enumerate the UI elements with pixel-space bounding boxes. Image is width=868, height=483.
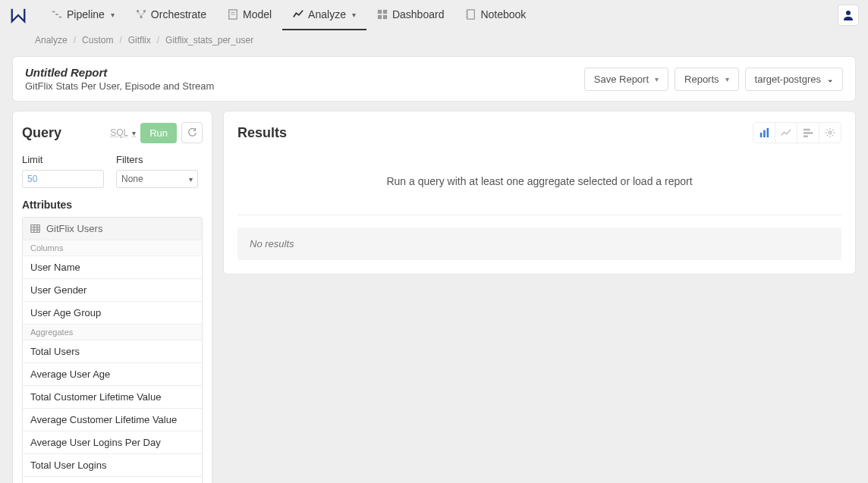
nav-pipeline[interactable]: Pipeline ▾ [41, 0, 125, 30]
results-prompt: Run a query with at least one aggregate … [237, 154, 841, 215]
chevron-down-icon: ▾ [725, 75, 729, 83]
limit-input[interactable] [22, 170, 104, 188]
svg-rect-18 [31, 225, 39, 233]
chevron-down-icon: ⌄ [827, 75, 833, 83]
nav-notebook[interactable]: Notebook [454, 0, 536, 30]
table-icon [30, 224, 40, 234]
user-icon [842, 9, 854, 21]
breadcrumb: Analyze / Custom / Gitflix / Gitflix_sta… [0, 30, 868, 56]
column-item[interactable]: User Age Group [23, 302, 202, 325]
table-header-users[interactable]: GitFlix Users [23, 218, 202, 240]
refresh-button[interactable] [181, 122, 203, 143]
report-header: Untitled Report GitFlix Stats Per User, … [12, 56, 856, 102]
horizontal-bar-icon [803, 127, 813, 138]
svg-point-34 [829, 131, 832, 134]
svg-rect-9 [378, 10, 382, 14]
attributes-label: Attributes [22, 199, 203, 211]
aggregate-item[interactable]: Total Users [23, 340, 202, 363]
svg-point-5 [140, 16, 143, 19]
bar-chart-icon [759, 127, 769, 138]
reports-button[interactable]: Reports ▾ [675, 67, 739, 91]
nav-label: Analyze [308, 8, 346, 20]
breadcrumb-separator: / [119, 35, 121, 45]
report-subtitle: GitFlix Stats Per User, Episode and Stre… [25, 80, 214, 92]
aggregate-item[interactable]: Average User Logins Per Day [23, 431, 202, 454]
nav-label: Notebook [480, 8, 526, 20]
notebook-icon [465, 9, 476, 20]
refresh-icon [187, 128, 197, 138]
column-item[interactable]: User Gender [23, 279, 202, 302]
filters-select[interactable]: None ▾ [116, 170, 198, 188]
save-report-button[interactable]: Save Report ▾ [584, 67, 668, 91]
user-menu-button[interactable] [838, 5, 859, 26]
nav-model[interactable]: Model [217, 0, 282, 30]
breadcrumb-separator: / [74, 35, 76, 45]
svg-rect-2 [59, 17, 62, 18]
aggregate-item[interactable]: Average User Logins [23, 477, 202, 483]
pipeline-icon [52, 9, 62, 20]
report-title: Untitled Report [25, 66, 214, 79]
nav-label: Model [243, 8, 272, 20]
gear-icon [825, 127, 835, 138]
breadcrumb-item[interactable]: Analyze [35, 35, 68, 45]
svg-rect-13 [467, 10, 475, 19]
main-nav: Pipeline ▾ Orchestrate Model Analyze ▾ D… [41, 0, 536, 30]
chart-settings-button[interactable] [819, 122, 841, 143]
aggregate-item[interactable]: Total User Logins [23, 454, 202, 477]
svg-rect-31 [804, 129, 810, 131]
nav-label: Pipeline [67, 8, 105, 20]
svg-rect-29 [763, 130, 766, 138]
svg-rect-10 [383, 10, 387, 14]
attributes-list: GitFlix Users Columns User Name User Gen… [22, 217, 203, 483]
breadcrumb-separator: / [157, 35, 159, 45]
aggregate-item[interactable]: Average User Age [23, 363, 202, 386]
target-select[interactable]: target-postgres ⌄ [745, 67, 843, 91]
logo[interactable] [9, 6, 27, 24]
breadcrumb-item[interactable]: Gitflix [128, 35, 151, 45]
nav-orchestrate[interactable]: Orchestrate [125, 0, 217, 30]
table-name: GitFlix Users [46, 223, 102, 234]
svg-rect-12 [383, 15, 387, 19]
sql-label: SQL [110, 127, 128, 138]
aggregates-subheader: Aggregates [23, 325, 202, 340]
button-label: Reports [684, 74, 719, 85]
chevron-down-icon: ▾ [111, 11, 115, 19]
svg-point-3 [137, 10, 140, 13]
chevron-down-icon: ▾ [132, 129, 136, 137]
results-title: Results [237, 125, 287, 141]
nav-dashboard[interactable]: Dashboard [366, 0, 455, 30]
filters-value: None [121, 174, 143, 184]
column-item[interactable]: User Name [23, 256, 202, 279]
svg-rect-11 [378, 15, 382, 19]
line-chart-icon [781, 127, 791, 138]
breadcrumb-item[interactable]: Gitflix_stats_per_user [165, 35, 253, 45]
chevron-down-icon: ▾ [189, 175, 193, 183]
run-button[interactable]: Run [140, 123, 177, 143]
results-panel: Results Run a query with at l [223, 111, 856, 274]
breadcrumb-item[interactable]: Custom [82, 35, 113, 45]
aggregate-item[interactable]: Total Customer Lifetime Value [23, 386, 202, 409]
filters-label: Filters [116, 154, 198, 165]
no-results-message: No results [237, 227, 841, 260]
columns-subheader: Columns [23, 240, 202, 256]
analyze-icon [293, 9, 303, 20]
button-label: Save Report [594, 74, 649, 85]
nav-analyze[interactable]: Analyze ▾ [282, 0, 366, 30]
chart-bar-button[interactable] [753, 122, 775, 143]
aggregate-item[interactable]: Average Customer Lifetime Value [23, 409, 202, 431]
chart-line-button[interactable] [775, 122, 797, 143]
query-title: Query [22, 125, 61, 141]
chevron-down-icon: ▾ [655, 75, 659, 83]
svg-point-4 [143, 10, 146, 13]
orchestrate-icon [136, 9, 146, 20]
svg-rect-33 [804, 136, 808, 138]
query-panel: Query SQL ▾ Run Limit [12, 111, 212, 483]
model-icon [228, 9, 238, 20]
nav-label: Orchestrate [151, 8, 206, 20]
target-label: target-postgres [755, 74, 821, 85]
chevron-down-icon: ▾ [352, 11, 356, 19]
chart-hbar-button[interactable] [797, 122, 819, 143]
svg-point-17 [846, 11, 851, 15]
sql-toggle[interactable]: SQL ▾ [110, 127, 136, 138]
dashboard-icon [377, 9, 388, 20]
